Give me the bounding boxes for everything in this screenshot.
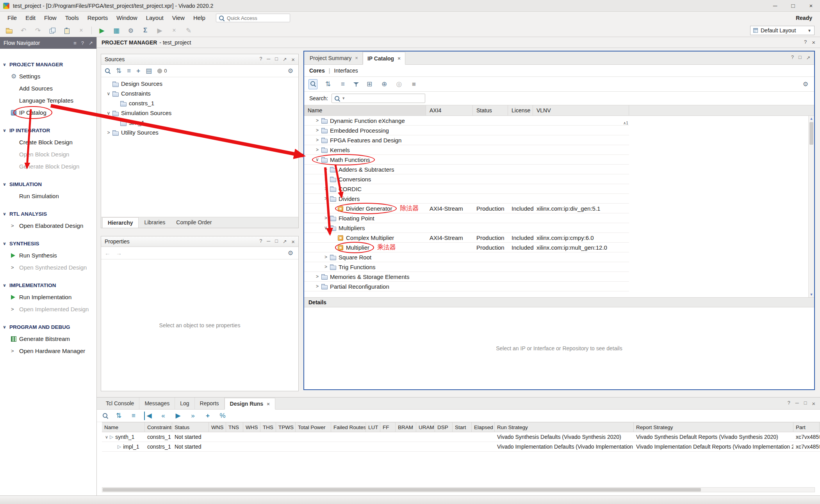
run-row[interactable]: synth_1 constrs_1 Not started Vivado Syn…: [102, 432, 820, 442]
float-panel-icon[interactable]: [283, 56, 287, 63]
minimize-panel-icon[interactable]: [795, 400, 799, 407]
ip-catalog-row[interactable]: Multiplier 乘法器 Production Included xilin…: [304, 243, 629, 252]
edit-icon[interactable]: [184, 26, 193, 35]
sources-tab[interactable]: Hierarchy: [102, 217, 139, 228]
menu-item[interactable]: Reports: [83, 12, 112, 24]
menu-item[interactable]: Help: [189, 12, 210, 24]
help-icon[interactable]: [259, 56, 262, 63]
column-header[interactable]: LUT: [366, 422, 380, 432]
play-icon[interactable]: [174, 412, 182, 420]
percent-icon[interactable]: [218, 412, 227, 420]
column-header[interactable]: WHS: [243, 422, 260, 432]
redo-icon[interactable]: [34, 26, 42, 35]
section-chevron-icon[interactable]: [3, 241, 9, 246]
open-project-icon[interactable]: [5, 26, 13, 35]
source-tree-row[interactable]: Utility Sources: [101, 128, 298, 137]
add-sources-icon[interactable]: [136, 67, 140, 75]
float-panel-icon[interactable]: [806, 55, 810, 60]
run-icon[interactable]: [98, 26, 106, 35]
help-icon[interactable]: [788, 400, 790, 407]
report-icon[interactable]: [112, 26, 121, 35]
expander-icon[interactable]: [314, 274, 321, 279]
ip-catalog-row[interactable]: Dividers: [304, 194, 629, 204]
expander-icon[interactable]: [105, 91, 112, 96]
column-header[interactable]: VLNV: [533, 105, 629, 115]
menu-item[interactable]: Edit: [21, 12, 40, 24]
undo-icon[interactable]: [19, 26, 28, 35]
expander-icon[interactable]: [322, 167, 330, 172]
section-chevron-icon[interactable]: [3, 182, 9, 187]
ip-catalog-row[interactable]: Floating Point: [304, 213, 629, 223]
flow-nav-entry[interactable]: Open Block Design: [0, 148, 96, 160]
back-icon[interactable]: [105, 250, 111, 256]
ip-settings-icon[interactable]: [801, 80, 810, 89]
source-tree-row[interactable]: sim_1: [101, 118, 298, 128]
column-header[interactable]: Start: [453, 422, 472, 432]
navigator-float-icon[interactable]: [89, 40, 93, 46]
refresh-icon[interactable]: [395, 80, 403, 89]
maximize-panel-icon[interactable]: [275, 238, 278, 245]
expander-icon[interactable]: [322, 215, 330, 221]
sources-settings-icon[interactable]: [286, 67, 295, 75]
source-tree-row[interactable]: Constraints: [101, 89, 298, 98]
flow-nav-entry[interactable]: Settings: [0, 70, 96, 82]
ip-catalog-row[interactable]: Embedded Processing: [304, 126, 629, 135]
expander-icon[interactable]: [314, 118, 321, 123]
flow-nav-entry[interactable]: Open Elaborated Design: [0, 220, 96, 232]
horizontal-scrollbar[interactable]: [102, 487, 815, 492]
add-repository-icon[interactable]: [380, 80, 389, 89]
search-toggle-icon[interactable]: [308, 79, 317, 89]
column-header[interactable]: Run Strategy: [495, 422, 634, 432]
bottom-tab[interactable]: Design Runs ×: [225, 398, 275, 410]
ip-catalog-row[interactable]: Partial Reconfiguration: [304, 282, 629, 291]
navigator-menu-icon[interactable]: [73, 40, 77, 46]
flow-nav-entry[interactable]: Generate Bitstream: [0, 333, 96, 345]
column-header[interactable]: DSP: [435, 422, 453, 432]
ip-catalog-row[interactable]: Complex Multiplier AXI4-Stream Productio…: [304, 233, 629, 243]
close-tab-icon[interactable]: ×: [355, 55, 358, 61]
document-tab[interactable]: Project Summary ×: [305, 51, 363, 64]
ip-catalog-row[interactable]: Multipliers: [304, 223, 629, 233]
ip-catalog-row[interactable]: Square Root: [304, 252, 629, 262]
menu-item[interactable]: Tools: [61, 12, 83, 24]
column-header[interactable]: Report Strategy: [634, 422, 793, 432]
column-header[interactable]: Status: [172, 422, 209, 432]
flow-nav-entry[interactable]: Open Hardware Manager: [0, 345, 96, 357]
column-header[interactable]: Elapsed: [472, 422, 495, 432]
minimize-panel-icon[interactable]: [267, 56, 270, 63]
column-header[interactable]: BRAM: [396, 422, 416, 432]
vertical-scrollbar[interactable]: ▲ ▼: [808, 116, 814, 297]
search-icon[interactable]: [102, 413, 108, 419]
column-header[interactable]: License: [508, 105, 533, 115]
ip-catalog-row[interactable]: FPGA Features and Design: [304, 135, 629, 145]
scroll-up-icon[interactable]: ▲: [809, 116, 814, 121]
expander-icon[interactable]: [314, 147, 321, 153]
flow-nav-entry[interactable]: IMPLEMENTATION: [0, 279, 96, 291]
minimize-button[interactable]: [766, 0, 784, 12]
stop-icon[interactable]: [410, 80, 418, 89]
expander-icon[interactable]: [322, 176, 330, 182]
rewind-icon[interactable]: [159, 412, 168, 420]
close-panel-icon[interactable]: [812, 400, 815, 407]
flow-nav-entry[interactable]: Run Simulation: [0, 190, 96, 202]
flow-nav-entry[interactable]: Generate Block Design: [0, 160, 96, 172]
flow-nav-entry[interactable]: RTL ANALYSIS: [0, 208, 96, 220]
column-header[interactable]: THS: [260, 422, 276, 432]
column-header[interactable]: Failed Routes: [331, 422, 366, 432]
close-panel-icon[interactable]: [291, 56, 295, 63]
menu-item[interactable]: Layout: [142, 12, 168, 24]
bottom-tab[interactable]: Tcl Console ×: [101, 398, 139, 409]
copy-icon[interactable]: [48, 26, 57, 35]
create-run-icon[interactable]: [203, 412, 212, 420]
ip-search-input[interactable]: ▼: [332, 94, 425, 103]
run-options-icon[interactable]: [155, 26, 164, 35]
help-icon[interactable]: [791, 55, 794, 60]
column-header[interactable]: WNS: [209, 422, 226, 432]
expand-all-icon[interactable]: [129, 412, 138, 420]
expander-icon[interactable]: [103, 435, 110, 440]
step-back-icon[interactable]: [144, 412, 153, 420]
menu-item[interactable]: View: [168, 12, 189, 24]
section-chevron-icon[interactable]: [3, 62, 9, 67]
maximize-button[interactable]: [784, 0, 802, 12]
column-header[interactable]: Constraints: [145, 422, 172, 432]
